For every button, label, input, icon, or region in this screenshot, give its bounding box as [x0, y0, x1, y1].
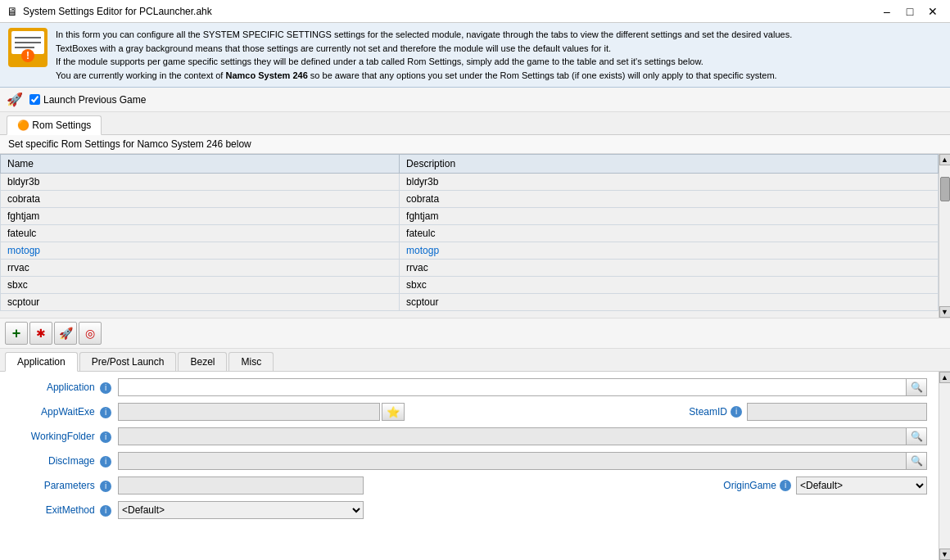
discimage-browse-btn[interactable]: 🔍 [906, 452, 927, 470]
appwaitexe-input[interactable] [118, 403, 380, 421]
info-line4: You are currently working in the context… [56, 69, 792, 83]
table-row[interactable]: motogpmotogp [1, 242, 939, 260]
rom-settings-tabs-row: 🟠 Rom Settings [0, 112, 950, 135]
delete-button[interactable]: ✱ [29, 322, 52, 345]
form-scroll-up[interactable]: ▲ [939, 372, 951, 383]
info-banner: ! In this form you can configure all the… [0, 23, 950, 88]
svg-text:!: ! [26, 50, 29, 61]
main-window: 🖥 System Settings Editor for PCLauncher.… [0, 0, 950, 560]
bottom-tabs: Application Pre/Post Launch Bezel Misc [0, 349, 950, 372]
table-row[interactable]: rrvacrrvac [1, 260, 939, 277]
tab-rom-settings[interactable]: 🟠 Rom Settings [7, 115, 102, 135]
rocket-icon: 🚀 [7, 92, 23, 107]
info-line1: In this form you can configure all the S… [56, 28, 792, 42]
origingame-group: OriginGame i <Default> [723, 476, 927, 495]
exitmethod-select[interactable]: <Default> [118, 501, 364, 519]
steamid-input[interactable] [747, 403, 927, 421]
launch-previous-game-checkbox[interactable] [29, 94, 40, 105]
workingfolder-info-btn[interactable]: i [100, 431, 111, 443]
table-row[interactable]: cobratacobrata [1, 191, 939, 208]
table-scroll[interactable]: Name Description bldyr3bbldyr3bcobrataco… [0, 154, 939, 318]
form-scroll-down[interactable]: ▼ [939, 549, 951, 560]
add-button[interactable]: + [5, 322, 28, 345]
parameters-label: Parameters i [11, 480, 118, 492]
rom-icon: 🟠 [17, 120, 29, 131]
launch-previous-game-label[interactable]: Launch Previous Game [29, 94, 146, 106]
tab-misc[interactable]: Misc [228, 352, 274, 371]
steamid-info-btn[interactable]: i [731, 406, 742, 418]
form-scrollbar[interactable]: ▲ ▼ [939, 372, 950, 560]
maximize-button[interactable]: □ [899, 3, 921, 20]
application-row: Application i ..\Play-v0.63\Play\Bloody … [11, 378, 927, 396]
table-cell-description: rrvac [400, 260, 939, 277]
title-bar-controls: – □ ✕ [876, 3, 943, 20]
table-scrollbar[interactable]: ▲ ▼ [939, 154, 950, 318]
close-button[interactable]: ✕ [922, 3, 943, 20]
tab-application[interactable]: Application [5, 352, 78, 372]
table-cell-description: fghtjam [400, 208, 939, 225]
table-cell-name: scptour [1, 294, 400, 311]
table-cell-name: bldyr3b [1, 174, 400, 191]
table-cell-name: rrvac [1, 260, 400, 277]
appwaitexe-info-btn[interactable]: i [100, 407, 111, 418]
table-row[interactable]: sbxcsbxc [1, 277, 939, 294]
parameters-input[interactable] [118, 476, 364, 495]
rocket-button[interactable]: 🚀 [54, 322, 77, 345]
parameters-group: OriginGame i <Default> [118, 476, 927, 495]
discimage-browse: 🔍 [118, 452, 927, 470]
scroll-up-arrow[interactable]: ▲ [939, 154, 951, 165]
table-cell-name: fateulc [1, 225, 400, 242]
workingfolder-browse: 🔍 [118, 427, 927, 445]
settings-area: Application i ..\Play-v0.63\Play\Bloody … [0, 372, 950, 560]
appwaitexe-label: AppWaitExe i [11, 406, 118, 418]
application-browse-btn[interactable]: 🔍 [906, 378, 927, 396]
scroll-down-arrow[interactable]: ▼ [939, 306, 951, 318]
col-name: Name [1, 155, 400, 174]
parameters-origingame-row: Parameters i OriginGame i <Default> [11, 476, 927, 495]
origingame-info-btn[interactable]: i [780, 480, 791, 491]
action-bar: + ✱ 🚀 ◎ [0, 318, 950, 349]
table-row[interactable]: scptourscptour [1, 294, 939, 311]
discimage-info-btn[interactable]: i [100, 456, 111, 467]
table-row[interactable]: fateulcfateulc [1, 225, 939, 242]
application-input[interactable]: ..\Play-v0.63\Play\Bloody Roar 3.bat [118, 378, 906, 396]
table-cell-description: bldyr3b [400, 174, 939, 191]
scroll-thumb[interactable] [940, 177, 950, 201]
discimage-input[interactable] [118, 452, 906, 470]
workingfolder-row: WorkingFolder i 🔍 [11, 427, 927, 445]
origingame-select[interactable]: <Default> [796, 476, 927, 495]
application-browse: ..\Play-v0.63\Play\Bloody Roar 3.bat 🔍 [118, 378, 927, 396]
info-line2: TextBoxes with a gray background means t… [56, 42, 792, 56]
origingame-label: OriginGame [723, 480, 776, 491]
tab-bezel[interactable]: Bezel [178, 352, 227, 371]
application-label: Application i [11, 382, 118, 394]
appwaitexe-star-btn[interactable]: ⭐ [382, 403, 405, 421]
application-info-btn[interactable]: i [100, 382, 111, 394]
title-bar: 🖥 System Settings Editor for PCLauncher.… [0, 0, 950, 23]
table-cell-name: fghtjam [1, 208, 400, 225]
workingfolder-browse-btn[interactable]: 🔍 [906, 427, 927, 445]
parameters-info-btn[interactable]: i [100, 481, 111, 492]
discimage-label: DiscImage i [11, 455, 118, 467]
appwaitexe-steamid-row: AppWaitExe i ⭐ SteamID i [11, 403, 927, 421]
minimize-button[interactable]: – [876, 3, 898, 20]
exitmethod-info-btn[interactable]: i [100, 505, 111, 517]
steamid-group: SteamID i [689, 403, 927, 421]
tab-pre-post-launch[interactable]: Pre/Post Launch [79, 352, 177, 371]
workingfolder-input[interactable] [118, 427, 906, 445]
table-cell-description: cobrata [400, 191, 939, 208]
content-area: Set specific Rom Settings for Namco Syst… [0, 135, 950, 560]
search-icon-2: 🔍 [911, 431, 923, 442]
toolbar: 🚀 Launch Previous Game [0, 88, 950, 112]
appwaitexe-group: ⭐ SteamID i [118, 403, 927, 421]
table-cell-description: scptour [400, 294, 939, 311]
exitmethod-label: ExitMethod i [11, 504, 118, 517]
table-row[interactable]: fghtjamfghtjam [1, 208, 939, 225]
info-icon: ! [8, 28, 48, 67]
target-button[interactable]: ◎ [79, 322, 102, 345]
table-row[interactable]: bldyr3bbldyr3b [1, 174, 939, 191]
table-cell-description: motogp [400, 242, 939, 260]
rom-table: Name Description bldyr3bbldyr3bcobrataco… [0, 154, 939, 311]
section-label: Set specific Rom Settings for Namco Syst… [0, 135, 950, 154]
title-bar-left: 🖥 System Settings Editor for PCLauncher.… [7, 5, 212, 18]
